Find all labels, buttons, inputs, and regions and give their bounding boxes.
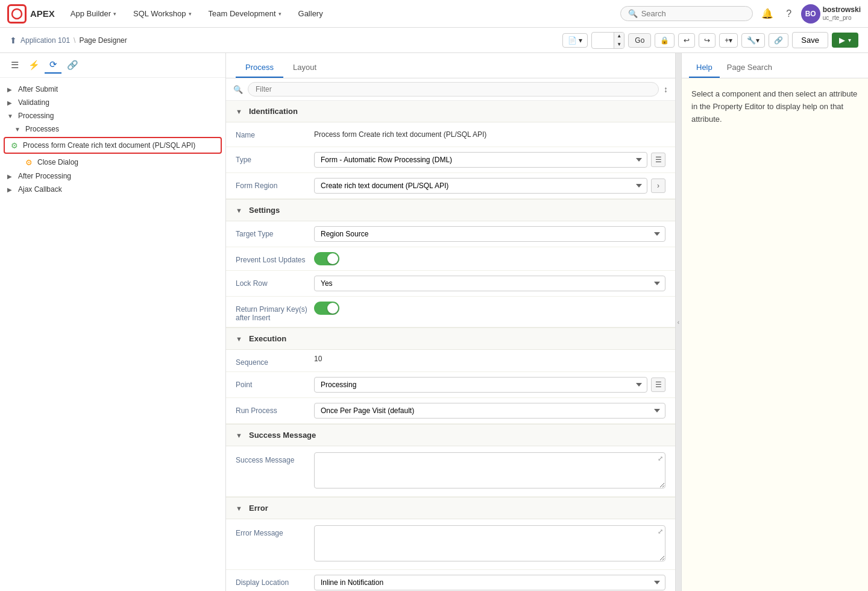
tree-item-processes[interactable]: ▼ Processes (0, 122, 225, 136)
label-display-location: Display Location (236, 575, 314, 587)
redo-btn[interactable]: ↪ (699, 33, 715, 48)
processing-icon[interactable]: ⟳ (45, 57, 61, 74)
shared-btn[interactable]: 🔗 (769, 33, 788, 48)
select-display-location[interactable]: Inline in Notification (314, 575, 665, 590)
value-target-type[interactable]: Region Source (314, 226, 665, 242)
tab-layout[interactable]: Layout (283, 58, 326, 78)
apex-logo-icon (7, 4, 27, 24)
create-btn[interactable]: 📄 ▾ (562, 33, 588, 48)
lock-btn[interactable]: 🔒 (655, 33, 675, 48)
notifications-icon[interactable]: 🔔 (758, 4, 777, 24)
tree-item-after-processing[interactable]: ▶ After Processing (0, 169, 225, 183)
select-lock-row[interactable]: Yes (314, 276, 665, 291)
section-execution-header[interactable]: ▼ Execution (226, 328, 675, 350)
undo-btn[interactable]: ↩ (678, 33, 695, 48)
center-panel: Process Layout 🔍 ↕ ▼ Identification Name… (226, 53, 675, 591)
add-btn[interactable]: +▾ (719, 33, 738, 48)
search-input[interactable] (641, 9, 745, 18)
form-row-sequence: Sequence 10 (226, 350, 675, 372)
tree-toggle-validating: ▶ (7, 100, 14, 106)
tree-item-process-form[interactable]: ⚙ Process form Create rich text document… (4, 137, 222, 154)
tools-btn[interactable]: 🔧▾ (741, 33, 765, 48)
page-down-arrow[interactable]: ▼ (614, 40, 624, 49)
form-content: ▼ Identification Name Process form Creat… (226, 101, 675, 591)
breadcrumb-app[interactable]: Application 101 (20, 36, 70, 45)
shared-components-icon[interactable]: 🔗 (64, 57, 81, 74)
section-settings-toggle: ▼ (236, 207, 244, 214)
form-row-type: Type Form - Automatic Row Processing (DM… (226, 147, 675, 173)
apex-logo[interactable]: APEX (7, 4, 55, 24)
select-type[interactable]: Form - Automatic Row Processing (DML) (314, 152, 647, 168)
go-button[interactable]: Go (628, 33, 651, 48)
tab-page-search[interactable]: Page Search (720, 58, 779, 78)
select-form-region[interactable]: Create rich text document (PL/SQL API) (314, 178, 647, 194)
value-return-pk[interactable] (314, 302, 665, 315)
type-list-icon[interactable]: ☰ (651, 153, 665, 167)
tab-process[interactable]: Process (236, 58, 283, 78)
back-icon[interactable]: ⬆ (10, 36, 17, 45)
value-form-region[interactable]: Create rich text document (PL/SQL API) › (314, 178, 665, 194)
value-point[interactable]: Processing ☰ (314, 377, 665, 393)
tree-item-close-dialog[interactable]: ⚙ Close Dialog (0, 155, 225, 169)
value-success-message[interactable]: ⤢ (314, 452, 665, 490)
toggle-prevent-lost[interactable] (314, 252, 339, 265)
value-lock-row[interactable]: Yes (314, 276, 665, 291)
section-execution-toggle: ▼ (236, 335, 244, 343)
section-success-message-header[interactable]: ▼ Success Message (226, 425, 675, 446)
section-settings-header[interactable]: ▼ Settings (226, 200, 675, 221)
section-error-header[interactable]: ▼ Error (226, 498, 675, 519)
nav-gallery[interactable]: Gallery (292, 0, 329, 28)
close-dialog-icon: ⚙ (24, 157, 34, 167)
tree-item-validating[interactable]: ▶ Validating (0, 96, 225, 109)
user-avatar[interactable]: BO (801, 4, 820, 24)
section-success-message: ▼ Success Message Success Message ⤢ (226, 425, 675, 498)
point-list-icon[interactable]: ☰ (651, 378, 665, 392)
expand-success-message-icon[interactable]: ⤢ (658, 455, 663, 463)
nav-app-builder[interactable]: App Builder ▾ (64, 0, 122, 28)
tab-help[interactable]: Help (689, 58, 720, 78)
page-number-input[interactable]: 5 (592, 36, 614, 45)
value-sequence[interactable]: 10 (314, 355, 665, 363)
expand-error-message-icon[interactable]: ⤢ (658, 528, 663, 536)
tree-label-close-dialog: Close Dialog (37, 158, 78, 166)
create-arrow-icon: ▾ (579, 36, 582, 45)
run-button[interactable]: ▶ ▾ (832, 33, 858, 48)
value-prevent-lost[interactable] (314, 252, 665, 265)
textarea-error-message[interactable] (314, 525, 665, 561)
select-target-type[interactable]: Region Source (314, 226, 665, 242)
toggle-return-pk[interactable] (314, 302, 339, 315)
form-row-name: Name Process form Create rich text docum… (226, 122, 675, 147)
value-error-message[interactable]: ⤢ (314, 525, 665, 563)
dynamic-actions-icon[interactable]: ⚡ (25, 57, 42, 74)
help-icon[interactable]: ? (779, 4, 799, 24)
tree-item-processing[interactable]: ▼ Processing (0, 109, 225, 122)
section-identification: ▼ Identification Name Process form Creat… (226, 101, 675, 200)
form-row-success-message: Success Message ⤢ (226, 446, 675, 497)
tree-item-ajax-callback[interactable]: ▶ Ajax Callback (0, 183, 225, 196)
page-number-arrows: ▲ ▼ (614, 32, 624, 49)
nav-sql-workshop[interactable]: SQL Workshop ▾ (127, 0, 197, 28)
value-type[interactable]: Form - Automatic Row Processing (DML) ☰ (314, 152, 665, 168)
select-run-process[interactable]: Once Per Page Visit (default) (314, 403, 665, 419)
filter-action-icon[interactable]: ↕ (664, 84, 668, 94)
collapse-handle[interactable]: ‹ (675, 53, 681, 591)
tree-label-after-submit: After Submit (18, 85, 58, 93)
search-box[interactable]: 🔍 (620, 6, 753, 21)
filter-input[interactable] (248, 82, 659, 96)
form-row-display-location: Display Location Inline in Notification (226, 570, 675, 591)
value-display-location[interactable]: Inline in Notification (314, 575, 665, 590)
label-lock-row: Lock Row (236, 276, 314, 288)
tree-item-after-submit[interactable]: ▶ After Submit (0, 83, 225, 96)
save-button[interactable]: Save (792, 32, 828, 48)
rendering-icon[interactable]: ☰ (6, 57, 23, 74)
label-success-message: Success Message (236, 452, 314, 464)
textarea-success-message[interactable] (314, 452, 665, 488)
value-run-process[interactable]: Once Per Page Visit (default) (314, 403, 665, 419)
label-target-type: Target Type (236, 226, 314, 238)
page-up-arrow[interactable]: ▲ (614, 32, 624, 40)
nav-team-development[interactable]: Team Development ▾ (203, 0, 288, 28)
select-point[interactable]: Processing (314, 377, 647, 393)
form-region-navigate-icon[interactable]: › (651, 179, 665, 193)
section-identification-header[interactable]: ▼ Identification (226, 101, 675, 122)
run-arrow-icon: ▾ (848, 37, 851, 43)
